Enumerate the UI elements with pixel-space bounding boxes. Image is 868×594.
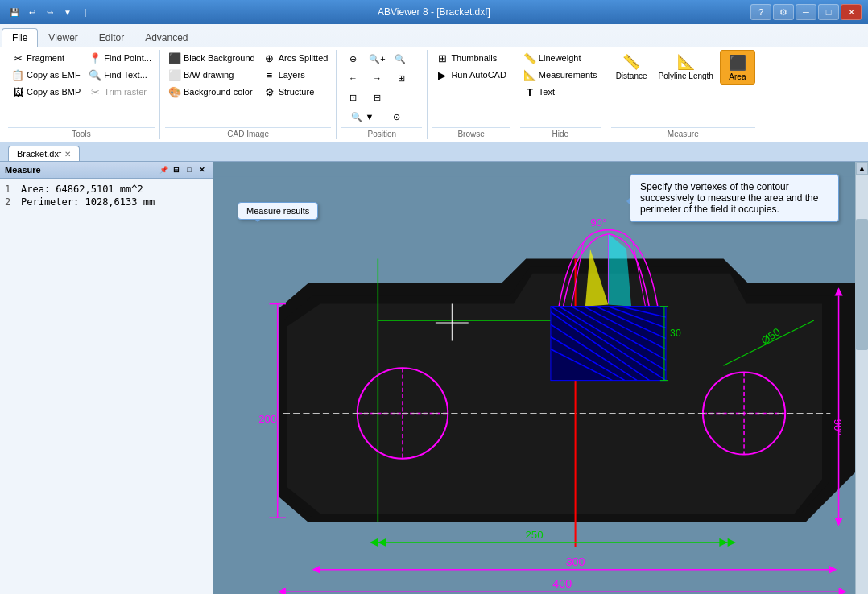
tools-items: ✂ Fragment 📋 Copy as EMF 🖼 Copy as BMP 📍 (8, 50, 155, 126)
panel-controls: 📌 ⊟ □ ✕ (158, 164, 208, 175)
ribbon-group-browse: ⊞ Thumbnails ▶ Run AutoCAD Browse (428, 50, 515, 139)
window-help[interactable]: ? (750, 4, 771, 20)
panel-header: Measure 📌 ⊟ □ ✕ (0, 162, 213, 179)
measure-badge: Measure results (238, 202, 318, 220)
arcs-splitted-btn[interactable]: ⊕ Arcs Splitted (260, 50, 332, 66)
bg-color-btn[interactable]: 🎨 Background color (165, 84, 258, 100)
trim-raster-btn[interactable]: ✂ Trim raster (85, 84, 155, 100)
panel-pin-btn[interactable]: 📌 (158, 164, 169, 175)
tab-close-btn[interactable]: ✕ (64, 150, 71, 159)
tools-col2: 📍 Find Point... 🔍 Find Text... ✂ Trim ra… (85, 50, 155, 100)
text-btn[interactable]: T Text (520, 84, 601, 100)
scroll-track[interactable] (856, 175, 868, 594)
cad-drawing[interactable]: 90° 30 Ø50 200 250 300 (213, 162, 855, 594)
panel-close-btn[interactable]: ✕ (196, 164, 208, 175)
window-maximize[interactable]: □ (818, 4, 839, 20)
measure-row-text-2: Perimeter: 1028,6133 mm (21, 196, 155, 208)
pos-btn-6[interactable]: ⊞ (390, 69, 412, 87)
find-point-btn[interactable]: 📍 Find Point... (85, 50, 155, 66)
qa-redo[interactable]: ↪ (42, 4, 58, 20)
pos-btn-4[interactable]: ← (341, 69, 364, 87)
bw-drawing-btn[interactable]: ⬜ B/W drawing (165, 67, 258, 83)
window-settings[interactable]: ⚙ (773, 4, 794, 20)
pos-btn-1[interactable]: ⊕ (341, 50, 364, 68)
pos-btn-3[interactable]: 🔍- (390, 50, 412, 68)
quick-access-toolbar: 💾 ↩ ↪ ▼ | (6, 4, 93, 20)
copy-emf-btn[interactable]: 📋 Copy as EMF (8, 67, 84, 83)
svg-text:400: 400 (552, 577, 572, 590)
tab-editor[interactable]: Editor (89, 28, 134, 47)
cad-label: CAD Image (165, 127, 331, 139)
black-bg-icon: ⬛ (168, 52, 181, 64)
canvas-area[interactable]: Specify the vertexes of the contour succ… (213, 162, 855, 594)
svg-text:300: 300 (566, 555, 585, 568)
measure-items: 📏 Distance 📐 Polyline Length ⬛ Area (611, 50, 755, 126)
ribbon-group-position: ⊕ 🔍+ 🔍- ← → ⊞ ⊡ ⊟ 🔍 ▼ ⊙ Position (337, 50, 428, 139)
instruction-callout: Specify the vertexes of the contour succ… (630, 174, 839, 222)
black-bg-btn[interactable]: ⬛ Black Background (165, 50, 258, 66)
area-icon: ⬛ (728, 53, 747, 72)
tab-viewer[interactable]: Viewer (38, 28, 88, 47)
pos-btn-9[interactable]: 🔍 ▼ (341, 108, 383, 126)
measurements-btn[interactable]: 📐 Measurements (520, 67, 601, 83)
ribbon-group-hide: 📏 Lineweight 📐 Measurements T Text Hide (515, 50, 606, 139)
qa-dropdown[interactable]: ▼ (60, 4, 76, 20)
ribbon-tabs: File Viewer Editor Advanced (0, 24, 868, 47)
lineweight-btn[interactable]: 📏 Lineweight (520, 50, 601, 66)
copy-bmp-btn[interactable]: 🖼 Copy as BMP (8, 84, 84, 100)
measure-row-num-1: 1 (5, 184, 16, 195)
measurements-icon: 📐 (523, 68, 536, 81)
qa-undo[interactable]: ↩ (24, 4, 40, 20)
doc-tab-bracket[interactable]: Bracket.dxf ✕ (8, 146, 80, 161)
arcs-splitted-icon: ⊕ (263, 52, 276, 64)
layers-btn[interactable]: ≡ Layers (260, 67, 332, 83)
pos-btn-7[interactable]: ⊡ (341, 89, 364, 106)
pos-btn-5[interactable]: → (366, 69, 388, 87)
trim-raster-icon: ✂ (89, 85, 101, 98)
structure-btn[interactable]: ⚙ Structure (260, 84, 332, 100)
fragment-btn[interactable]: ✂ Fragment (8, 50, 84, 66)
panel-restore-btn[interactable]: ⊟ (171, 164, 182, 175)
tab-advanced[interactable]: Advanced (134, 28, 198, 47)
pos-btn-2[interactable]: 🔍+ (366, 50, 388, 68)
find-text-icon: 🔍 (89, 68, 101, 81)
browse-label: Browse (432, 127, 509, 139)
run-autocad-icon: ▶ (436, 68, 448, 81)
title-bar: 💾 ↩ ↪ ▼ | ABViewer 8 - [Bracket.dxf] ? ⚙… (0, 0, 868, 24)
svg-text:200: 200 (258, 413, 276, 425)
bg-color-icon: 🎨 (168, 85, 181, 98)
ribbon-group-cad: ⬛ Black Background ⬜ B/W drawing 🎨 Backg… (160, 50, 337, 139)
area-btn[interactable]: ⬛ Area (720, 50, 755, 85)
distance-btn[interactable]: 📏 Distance (611, 50, 652, 83)
find-text-btn[interactable]: 🔍 Find Text... (85, 67, 155, 83)
run-autocad-btn[interactable]: ▶ Run AutoCAD (432, 67, 509, 83)
copy-emf-icon: 📋 (11, 68, 24, 81)
panel-maximize-btn[interactable]: □ (184, 164, 195, 175)
window-minimize[interactable]: ─ (796, 4, 816, 20)
measure-content: 1 Area: 64862,5101 mm^2 2 Perimeter: 102… (0, 179, 213, 594)
window-close[interactable]: ✕ (841, 4, 862, 20)
lineweight-icon: 📏 (523, 52, 536, 64)
scroll-up-btn[interactable]: ▲ (856, 162, 868, 175)
vertical-scrollbar[interactable]: ▲ ▼ (855, 162, 868, 594)
distance-icon: 📏 (622, 52, 641, 72)
hide-items: 📏 Lineweight 📐 Measurements T Text (520, 50, 601, 126)
cad-items: ⬛ Black Background ⬜ B/W drawing 🎨 Backg… (165, 50, 331, 126)
polyline-length-btn[interactable]: 📐 Polyline Length (654, 50, 718, 83)
thumbnails-btn[interactable]: ⊞ Thumbnails (432, 50, 509, 66)
qa-separator: | (77, 4, 93, 20)
tab-file[interactable]: File (2, 28, 38, 47)
polyline-length-icon: 📐 (676, 52, 696, 72)
tools-label: Tools (8, 127, 155, 139)
measure-row-num-2: 2 (5, 196, 16, 208)
ribbon-group-measure: 📏 Distance 📐 Polyline Length ⬛ Area Meas… (606, 50, 760, 139)
position-label: Position (341, 127, 422, 139)
scroll-thumb[interactable] (856, 219, 868, 351)
tools-col1: ✂ Fragment 📋 Copy as EMF 🖼 Copy as BMP (8, 50, 84, 100)
pos-btn-10[interactable]: ⊙ (385, 108, 407, 126)
svg-text:30: 30 (670, 328, 681, 339)
pos-btn-8[interactable]: ⊟ (366, 89, 388, 106)
tab-bar: Bracket.dxf ✕ (0, 142, 868, 162)
ribbon-content: ✂ Fragment 📋 Copy as EMF 🖼 Copy as BMP 📍 (0, 47, 868, 142)
qa-save[interactable]: 💾 (6, 4, 23, 20)
